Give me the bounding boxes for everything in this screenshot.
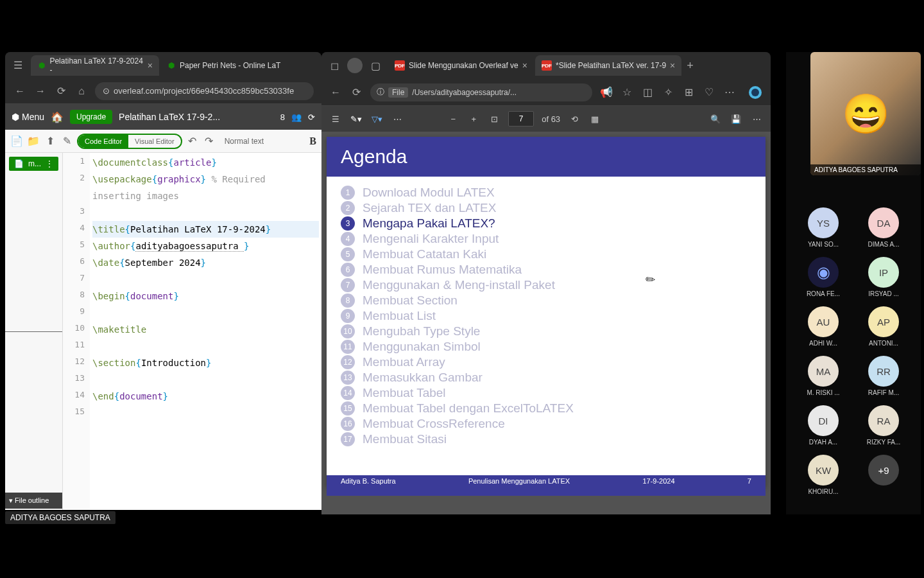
save-icon[interactable]: 💾 xyxy=(730,114,742,124)
participant[interactable]: YSYANI SO... xyxy=(799,207,848,248)
overleaf-favicon-icon: ⬢ xyxy=(167,61,176,70)
tab-label: Slide Menggunakan Overleaf ve xyxy=(409,61,518,70)
browser-tab-strip: ☰ ⬢ Pelatihan LaTeX 17-9-2024 - × ⬢ Pape… xyxy=(5,52,321,78)
page-input[interactable]: 7 xyxy=(508,111,534,127)
folder-icon[interactable]: 📁 xyxy=(27,135,40,148)
project-name[interactable]: Pelatihan LaTeX 17-9-2... xyxy=(119,112,220,122)
close-icon[interactable]: × xyxy=(670,60,675,71)
reload-icon[interactable]: ⟳ xyxy=(350,86,363,98)
split-icon[interactable]: ◫ xyxy=(641,86,654,98)
back-icon[interactable]: ← xyxy=(13,84,27,98)
code-editor-tab[interactable]: Code Editor xyxy=(78,135,128,148)
window-sidebar-icon[interactable]: ☰ xyxy=(10,58,26,73)
agenda-item: 1Download Modul LATEX xyxy=(341,186,751,200)
favorite-icon[interactable]: ☆ xyxy=(620,86,633,98)
close-icon[interactable]: × xyxy=(522,60,527,71)
home-icon[interactable]: 🏠 xyxy=(51,111,64,123)
participant[interactable]: DIDYAH A... xyxy=(799,405,848,446)
pdf-viewport[interactable]: Agenda 1Download Modul LATEX2Sejarah TEX… xyxy=(321,132,771,514)
slide-body: 1Download Modul LATEX2Sejarah TEX dan LA… xyxy=(327,177,766,475)
participant[interactable]: AUADHI W... xyxy=(799,306,848,347)
url-input[interactable]: ⊙ overleaf.com/project/66e945430cc859bc5… xyxy=(95,82,314,100)
erase-icon[interactable]: ⋯ xyxy=(391,114,404,124)
tab-label: *Slide Pelatihan LaTeX ver. 17-9 xyxy=(556,61,666,70)
audio-icon[interactable]: 📢 xyxy=(600,86,613,98)
fit-icon[interactable]: ⊡ xyxy=(488,114,501,124)
more-icon[interactable]: ⋯ xyxy=(723,86,736,98)
undo-icon[interactable]: ↶ xyxy=(186,135,199,148)
participant[interactable]: MAM. RISKI ... xyxy=(799,356,848,396)
overleaf-logo-icon[interactable]: ⬢ Menu xyxy=(12,112,44,122)
new-file-icon[interactable]: 📄 xyxy=(10,135,23,148)
redo-icon[interactable]: ↷ xyxy=(203,135,216,148)
participant[interactable]: ◉RONA FE... xyxy=(799,257,848,297)
draw-icon[interactable]: ✎▾ xyxy=(350,114,363,124)
participants-grid: YSYANI SO...DADIMAS A...◉RONA FE...IPIRS… xyxy=(786,175,921,502)
agenda-item: 9Membuat List xyxy=(341,309,751,323)
footer-author: Aditya B. Saputra xyxy=(341,477,396,485)
history-icon[interactable]: ⟳ xyxy=(308,112,315,122)
zoom-out-icon[interactable]: − xyxy=(447,114,459,124)
agenda-item: 7Menggunakan & Meng-install Paket xyxy=(341,278,751,292)
browser-tab-1[interactable]: ⬢ Pelatihan LaTeX 17-9-2024 - × xyxy=(31,55,159,76)
participant[interactable]: DADIMAS A... xyxy=(859,207,908,248)
overleaf-favicon-icon: ⬢ xyxy=(37,61,46,70)
close-icon[interactable]: × xyxy=(148,60,153,71)
browser-urlbar: ← → ⟳ ⌂ ⊙ overleaf.com/project/66e945430… xyxy=(5,78,321,104)
home-icon[interactable]: ⌂ xyxy=(74,84,89,98)
section-dropdown[interactable]: Normal text xyxy=(219,137,269,146)
url-type-badge: File xyxy=(388,87,408,98)
agenda-item: 14Membuat Tabel xyxy=(341,386,751,400)
footer-title: Penulisan Menggunakan LATEX xyxy=(468,477,570,485)
browser-tab-2[interactable]: ⬢ Paper Petri Nets - Online LaT xyxy=(160,55,287,76)
zoom-in-icon[interactable]: + xyxy=(467,114,480,124)
search-icon[interactable]: 🔍 xyxy=(709,114,722,124)
agenda-item: 4Mengenali Karakter Input xyxy=(341,232,751,246)
participant[interactable]: RARIZKY FA... xyxy=(859,405,908,446)
file-item-main[interactable]: 📄m...⋮ xyxy=(9,157,58,171)
profile-avatar[interactable] xyxy=(347,58,363,73)
copilot-icon[interactable] xyxy=(748,85,763,100)
editor-mode-toggle[interactable]: Code Editor Visual Editor xyxy=(77,134,182,149)
heart-icon[interactable]: ♡ xyxy=(703,86,715,98)
url-input[interactable]: ⓘ File /Users/adityabagoessaputra/... xyxy=(370,83,592,101)
rotate-icon[interactable]: ⟲ xyxy=(568,114,581,124)
participant[interactable]: RRRAFIF M... xyxy=(859,356,908,396)
collections-icon[interactable]: ✧ xyxy=(662,86,674,98)
workspace-icon[interactable]: ▢ xyxy=(368,58,383,73)
pdf-icon: PDF xyxy=(542,60,552,71)
slide: Agenda 1Download Modul LATEX2Sejarah TEX… xyxy=(327,137,766,487)
extensions-icon[interactable]: ⊞ xyxy=(682,86,695,98)
visual-editor-tab[interactable]: Visual Editor xyxy=(128,135,181,148)
participant[interactable]: KWKHOIRU... xyxy=(799,455,848,495)
file-outline-header[interactable]: ▾ File outline xyxy=(5,493,62,509)
outline-item[interactable]: Introd... xyxy=(5,509,62,510)
window-close-icon[interactable]: ◻ xyxy=(327,58,342,73)
rename-icon[interactable]: ✎ xyxy=(60,135,73,148)
edge-pdf-window: ◻ ▢ PDF Slide Menggunakan Overleaf ve × … xyxy=(321,52,771,514)
reload-icon[interactable]: ⟳ xyxy=(54,84,68,98)
back-icon[interactable]: ← xyxy=(329,87,342,98)
overleaf-body: 📄m...⋮ ▾ File outline Introd... 12345678… xyxy=(5,153,321,510)
bold-button[interactable]: B xyxy=(309,136,316,147)
more-icon[interactable]: ⋯ xyxy=(750,114,763,124)
upgrade-button[interactable]: Upgrade xyxy=(70,110,112,124)
presenter-video[interactable]: 😄 ADITYA BAGOES SAPUTRA xyxy=(810,52,921,175)
forward-icon[interactable]: → xyxy=(33,84,47,98)
upload-icon[interactable]: ⬆ xyxy=(44,135,56,148)
sidebar-toggle-icon[interactable]: ☰ xyxy=(329,114,342,124)
participant[interactable]: APANTONI... xyxy=(859,306,908,347)
code-editor[interactable]: \documentclass{article} \usepackage{grap… xyxy=(90,153,321,510)
file-panel: 📄m...⋮ ▾ File outline Introd... xyxy=(5,153,63,510)
highlight-icon[interactable]: ▽▾ xyxy=(370,114,383,124)
participant[interactable]: IPIRSYAD ... xyxy=(859,257,908,297)
users-icon[interactable]: 👥 xyxy=(291,112,302,122)
edge-tab-1[interactable]: PDF Slide Menggunakan Overleaf ve × xyxy=(388,55,534,76)
participant[interactable]: +9 xyxy=(859,455,908,495)
participants-panel: 😄 ADITYA BAGOES SAPUTRA YSYANI SO...DADI… xyxy=(786,52,921,514)
pdf-toolbar: ☰ ✎▾ ▽▾ ⋯ − + ⊡ 7 of 63 ⟲ ▦ 🔍 💾 ⋯ xyxy=(321,106,771,132)
new-tab-button[interactable]: + xyxy=(687,59,694,73)
edge-tab-2[interactable]: PDF *Slide Pelatihan LaTeX ver. 17-9 × xyxy=(535,55,681,76)
view-icon[interactable]: ▦ xyxy=(588,114,601,124)
url-path: /Users/adityabagoessaputra/... xyxy=(412,88,517,97)
